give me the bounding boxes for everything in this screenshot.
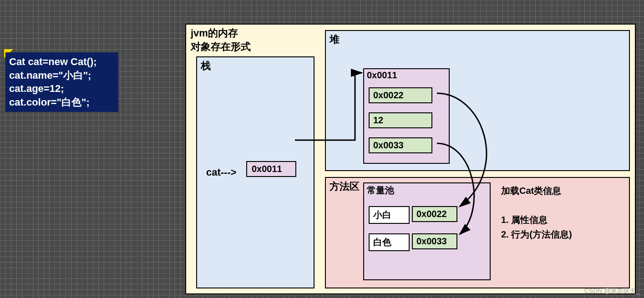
class-info: 加载Cat类信息 1. 属性信息 2. 行为(方法信息) [501,183,572,242]
code-line: cat.name="小白"; [9,69,115,82]
heap-title: 堆 [330,33,340,46]
code-snippet: Cat cat=new Cat(); cat.name="小白"; cat.ag… [5,52,118,112]
method-area-region: 方法区 常量池 小白 0x0022 白色 0x0033 加载Cat类信息 1. … [325,177,630,288]
stack-title: 栈 [201,59,211,73]
method-area-title: 方法区 [330,180,360,193]
stack-address-box: 0x0011 [246,161,296,177]
pool-entry-address: 0x0022 [412,206,457,222]
field-name-ref: 0x0022 [369,87,432,103]
field-color-ref: 0x0033 [369,137,432,153]
pool-entry-address: 0x0033 [412,233,457,249]
pool-entry-value: 白色 [369,233,410,251]
code-line: cat.color="白色"; [9,96,115,109]
class-info-heading: 加载Cat类信息 [501,183,572,198]
field-age-value: 12 [369,112,432,128]
variable-label: cat---> [206,167,237,178]
heap-region: 堆 0x0011 0x0022 12 0x0033 [325,30,630,171]
object-address: 0x0011 [367,70,397,81]
jvm-memory-diagram: jvm的内存 对象存在形式 栈 cat---> 0x0011 堆 0x0011 … [185,24,636,294]
code-line: cat.age=12; [9,82,115,96]
watermark: CSDN @港岛妹夫_ [584,287,639,295]
constant-pool-title: 常量池 [367,184,394,197]
diagram-title: jvm的内存 对象存在形式 [191,26,251,54]
stack-region: 栈 cat---> 0x0011 [196,56,314,288]
code-line: Cat cat=new Cat(); [9,55,115,69]
class-info-item: 1. 属性信息 [501,212,572,227]
heap-object: 0x0011 0x0022 12 0x0033 [363,68,450,164]
pool-entry-value: 小白 [369,206,410,224]
constant-pool: 常量池 小白 0x0022 白色 0x0033 [363,182,491,280]
class-info-item: 2. 行为(方法信息) [501,227,572,242]
